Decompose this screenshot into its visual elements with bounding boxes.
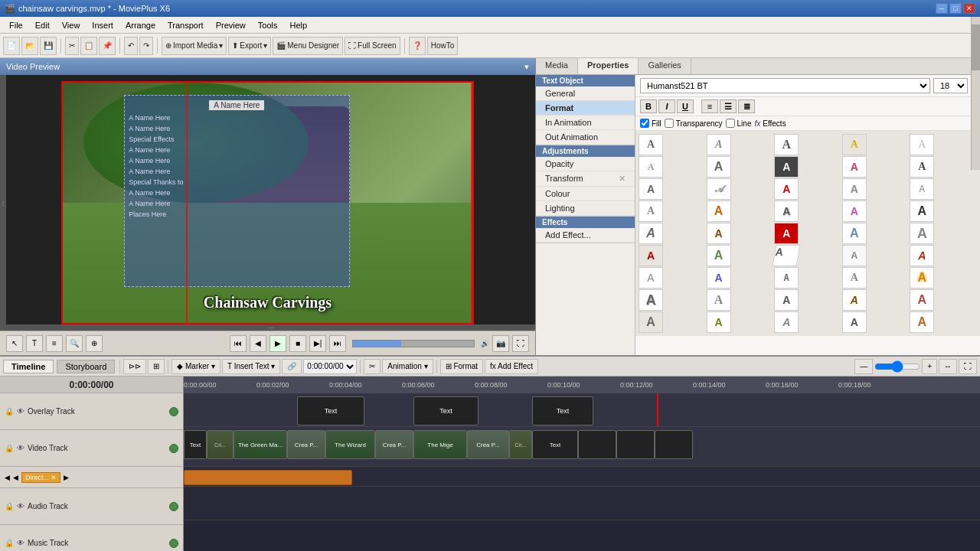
font-cell-41[interactable]: A <box>707 311 731 333</box>
underline-button[interactable]: U <box>677 99 694 113</box>
font-cell-27[interactable]: A <box>773 245 801 266</box>
font-cell-24[interactable]: A <box>910 223 934 244</box>
nav-add-effect[interactable]: Add Effect... <box>536 228 635 243</box>
font-cell-40[interactable]: A <box>639 311 663 333</box>
font-cell-22[interactable]: A <box>774 223 799 244</box>
marker-button[interactable]: ◆ Marker ▾ <box>172 359 220 374</box>
font-cell-18[interactable]: A <box>842 201 867 222</box>
align-center-button[interactable]: ☰ <box>720 99 737 113</box>
gallery-scrollbar[interactable] <box>971 75 980 170</box>
tab-timeline[interactable]: Timeline <box>3 360 54 373</box>
menu-help[interactable]: Help <box>284 19 314 31</box>
font-cell-6[interactable]: A <box>707 156 731 178</box>
nav-colour[interactable]: Colour <box>536 187 635 201</box>
cut-button[interactable]: ✂ <box>65 37 79 55</box>
subtitle-tool-button[interactable]: ≡ <box>46 335 63 352</box>
tl-split-button[interactable]: ✂ <box>364 359 381 374</box>
tl-expand-button[interactable]: ⛶ <box>959 359 977 374</box>
overlay-clip-2[interactable]: Text <box>532 396 593 425</box>
animation-button[interactable]: Animation ▾ <box>382 359 433 374</box>
help-button[interactable]: ❓ <box>409 37 426 55</box>
zoom-in-button[interactable]: + <box>922 359 937 374</box>
tl-eye-overlay[interactable]: 👁 <box>17 407 24 416</box>
font-cell-36[interactable]: A <box>707 289 731 311</box>
menu-view[interactable]: View <box>56 19 87 31</box>
nav-general[interactable]: General <box>536 86 635 101</box>
play-button[interactable]: ▶ <box>270 335 286 352</box>
tab-media[interactable]: Media <box>536 58 578 74</box>
fullscreen-preview-button[interactable]: ⛶ <box>512 335 529 352</box>
tab-properties[interactable]: Properties <box>578 58 639 74</box>
tl-lock-video[interactable]: 🔒 <box>5 444 14 452</box>
font-cell-25[interactable]: A <box>639 245 663 266</box>
font-cell-16[interactable]: A <box>707 201 731 222</box>
font-cell-3[interactable]: A <box>842 134 867 155</box>
align-right-button[interactable]: ≣ <box>738 99 755 113</box>
video-clip-5[interactable]: Crea P... <box>375 430 413 459</box>
timeline-tracks[interactable]: 0:00:00/00 0:00:02/00 0:00:04/00 0:00:06… <box>184 377 980 551</box>
nav-opacity[interactable]: Opacity <box>536 157 635 171</box>
menu-preview[interactable]: Preview <box>210 19 252 31</box>
align-left-button[interactable]: ≡ <box>701 99 718 113</box>
italic-button[interactable]: I <box>658 99 675 113</box>
tl-add-direct[interactable]: ▶ <box>64 474 69 481</box>
video-clip-8[interactable]: Cri... <box>509 430 532 459</box>
minimize-button[interactable]: ─ <box>936 3 948 14</box>
select-tool-button[interactable]: ↖ <box>6 335 23 352</box>
tl-eye-music[interactable]: 👁 <box>17 539 24 547</box>
overlay-text-box[interactable]: A Name Here A Name Here A Name Here Spec… <box>124 95 349 287</box>
close-button[interactable]: ✕ <box>963 3 975 14</box>
overlap-select[interactable]: 0:00:00/00 <box>303 359 357 374</box>
bold-button[interactable]: B <box>640 99 657 113</box>
open-button[interactable]: 📂 <box>21 37 38 55</box>
copy-button[interactable]: 📋 <box>80 37 97 55</box>
full-screen-button[interactable]: ⛶ Full Screen <box>345 37 400 55</box>
tl-eye-audio[interactable]: 👁 <box>17 502 24 510</box>
stop-button[interactable]: ■ <box>289 335 306 352</box>
font-cell-28[interactable]: A <box>842 245 867 266</box>
insert-text-button[interactable]: T Insert Text ▾ <box>222 359 280 374</box>
font-cell-10[interactable]: A <box>639 178 663 200</box>
video-clip-1[interactable]: Cri... <box>207 430 234 459</box>
video-clip-3[interactable]: Crea P... <box>287 430 325 459</box>
nav-transform[interactable]: Transform✕ <box>536 171 635 187</box>
menu-arrange[interactable]: Arrange <box>119 19 162 31</box>
video-clip-6[interactable]: The Mige <box>413 430 467 459</box>
video-clip-11[interactable] <box>616 430 655 459</box>
save-button[interactable]: 💾 <box>40 37 57 55</box>
video-track-row[interactable]: Text Cri... The Green Ma... Crea P... Th… <box>184 427 980 467</box>
new-button[interactable]: 📄 <box>3 37 20 55</box>
step-back-button[interactable]: ◀ <box>250 335 266 352</box>
tl-extra-button[interactable]: ⊞ <box>148 359 165 374</box>
video-clip-7[interactable]: Crea P... <box>467 430 509 459</box>
overlay-clip-1[interactable]: Text <box>413 396 479 425</box>
paste-button[interactable]: 📌 <box>99 37 116 55</box>
font-cell-20[interactable]: A <box>639 223 663 244</box>
font-cell-43[interactable]: A <box>842 311 867 333</box>
font-size-selector[interactable]: 18 pt <box>933 78 968 93</box>
direct-close-icon[interactable]: ✕ <box>51 474 57 481</box>
font-cell-8[interactable]: A <box>842 156 867 178</box>
tl-lock-overlay[interactable]: 🔒 <box>5 407 14 416</box>
font-cell-44[interactable]: A <box>910 311 934 333</box>
font-cell-11[interactable]: 𝒜 <box>707 178 731 200</box>
overlay-clip-0[interactable]: Text <box>297 396 364 425</box>
font-cell-42[interactable]: A <box>774 311 799 333</box>
video-clip-10[interactable] <box>578 430 616 459</box>
transparency-checkbox[interactable] <box>665 119 674 128</box>
progress-bar[interactable] <box>352 340 475 347</box>
font-cell-29[interactable]: A <box>910 245 934 266</box>
font-cell-14[interactable]: A <box>910 178 934 200</box>
font-cell-5[interactable]: A <box>639 156 663 178</box>
menu-edit[interactable]: Edit <box>29 19 56 31</box>
font-cell-4[interactable]: A <box>910 134 934 155</box>
tl-back-direct[interactable]: ◀ <box>5 474 10 481</box>
zoom-out-button[interactable]: — <box>854 359 873 374</box>
font-cell-32[interactable]: A <box>774 267 799 289</box>
font-cell-31[interactable]: A <box>707 267 731 289</box>
font-cell-33[interactable]: A <box>842 267 867 289</box>
font-cell-26[interactable]: A <box>707 245 731 266</box>
font-cell-0[interactable]: A <box>639 134 663 155</box>
narration-clip[interactable] <box>184 470 352 485</box>
font-selector[interactable]: Humanst521 BT <box>640 78 930 93</box>
